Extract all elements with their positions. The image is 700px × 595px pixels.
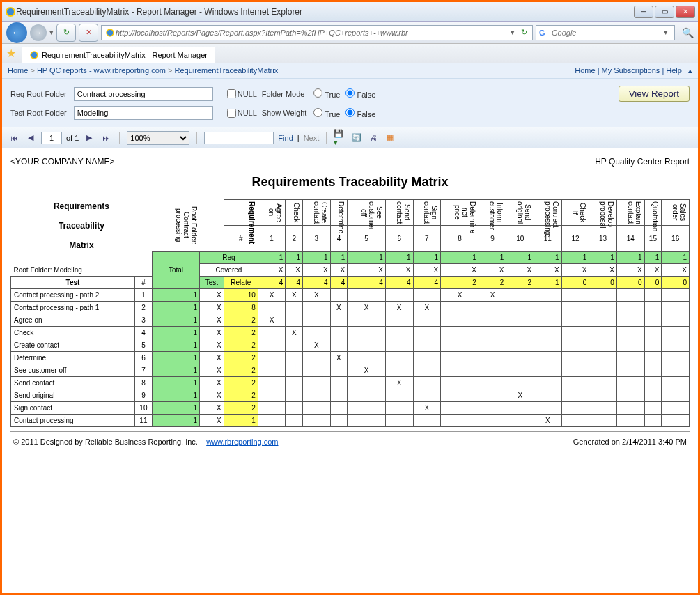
req-root-label: Req Root Folder <box>10 90 67 98</box>
address-bar[interactable]: ▾ ↻ <box>101 25 533 40</box>
tab-icon <box>29 50 39 60</box>
print-button[interactable]: 🖨 <box>367 132 380 144</box>
breadcrumb-folder[interactable]: HP QC reports - www.rbreporting.com <box>37 66 166 75</box>
nav-dropdown[interactable]: ▾ <box>49 28 54 37</box>
tab-title: RequirementTraceabilityMatrix - Report M… <box>42 51 208 59</box>
ie-icon <box>5 6 16 17</box>
close-button[interactable]: ✕ <box>676 6 695 18</box>
report-body: <YOUR COMPANY NAME> HP Quality Center Re… <box>2 148 698 457</box>
url-dropdown[interactable]: ▾ <box>507 28 518 37</box>
folder-mode-false[interactable]: False <box>345 88 375 99</box>
breadcrumb-home[interactable]: Home <box>8 66 28 75</box>
link-home[interactable]: Home <box>575 66 595 75</box>
req-root-input[interactable] <box>74 87 213 101</box>
refresh-button[interactable]: ↻ <box>56 24 76 42</box>
show-weight-false[interactable]: False <box>345 108 375 118</box>
minimize-button[interactable]: ─ <box>634 6 653 18</box>
report-toolbar: ⏮ ◀ of 1 ▶ ⏭ 100% Find | Next 💾▾ 🔄 🖨 ▦ <box>2 128 698 148</box>
folder-mode-label: Folder Mode <box>262 90 307 98</box>
footer-generated: Generated on 2/14/2011 3:40 PM <box>573 438 687 446</box>
search-box[interactable]: G ▾ <box>536 25 675 40</box>
link-help[interactable]: Help <box>666 66 682 75</box>
browser-tab[interactable]: RequirementTraceabilityMatrix - Report M… <box>22 47 215 63</box>
link-subscriptions[interactable]: My Subscriptions <box>602 66 660 75</box>
footer-link[interactable]: www.rbreporting.com <box>206 438 278 446</box>
maximize-button[interactable]: ▭ <box>655 6 674 18</box>
refresh-inline[interactable]: ↻ <box>518 28 529 37</box>
search-dropdown[interactable]: ▾ <box>660 28 671 37</box>
refresh-report-button[interactable]: 🔄 <box>350 132 363 144</box>
find-button[interactable]: Find <box>278 134 293 142</box>
svg-point-0 <box>6 8 15 16</box>
breadcrumb-current: RequirementTraceabilityMatrix <box>174 66 278 75</box>
titlebar: RequirementTraceabilityMatrix - Report M… <box>2 2 698 22</box>
show-weight-true[interactable]: True <box>313 108 340 118</box>
find-input[interactable] <box>204 132 274 144</box>
test-root-input[interactable] <box>74 106 213 120</box>
favorites-bar: ★ RequirementTraceabilityMatrix - Report… <box>2 44 698 63</box>
svg-text:G: G <box>539 29 545 37</box>
search-button[interactable]: 🔍 <box>678 27 694 38</box>
svg-point-3 <box>31 52 38 59</box>
collapse-icon[interactable]: ▴ <box>688 66 692 75</box>
test-null[interactable]: NULL <box>227 109 255 118</box>
stop-button[interactable]: ✕ <box>79 24 98 42</box>
page-of-label: of 1 <box>66 134 79 142</box>
folder-mode-true[interactable]: True <box>313 88 340 99</box>
traceability-matrix: RequirementsTraceabilityMatrixRoot Folde… <box>10 199 690 427</box>
show-weight-label: Show Weight <box>262 109 307 117</box>
first-page-button[interactable]: ⏮ <box>8 132 20 144</box>
report-source: HP Quality Center Report <box>595 157 690 167</box>
page-icon <box>104 27 116 38</box>
export-button[interactable]: 💾▾ <box>334 132 346 144</box>
next-page-button[interactable]: ▶ <box>83 132 95 144</box>
google-icon: G <box>539 28 549 38</box>
test-root-label: Test Root Folder <box>10 109 67 117</box>
company-name: <YOUR COMPANY NAME> <box>10 157 115 167</box>
search-input[interactable] <box>552 29 660 37</box>
parameters-panel: Req Root Folder NULL Folder Mode True Fa… <box>2 79 698 128</box>
svg-point-1 <box>107 29 114 36</box>
breadcrumb: Home > HP QC reports - www.rbreporting.c… <box>2 63 698 79</box>
next-find-button[interactable]: Next <box>304 134 320 142</box>
forward-button[interactable]: → <box>30 24 47 41</box>
prev-page-button[interactable]: ◀ <box>24 132 37 144</box>
nav-toolbar: ← → ▾ ↻ ✕ ▾ ↻ G ▾ 🔍 <box>2 22 698 44</box>
last-page-button[interactable]: ⏭ <box>100 132 112 144</box>
back-button[interactable]: ← <box>6 22 27 43</box>
report-title: Requirements Traceability Matrix <box>10 169 690 199</box>
window-title: RequirementTraceabilityMatrix - Report M… <box>16 7 634 17</box>
zoom-select[interactable]: 100% <box>127 131 189 145</box>
footer-copyright: © 2011 Designed by Reliable Business Rep… <box>13 438 198 446</box>
req-null[interactable]: NULL <box>227 89 255 98</box>
page-number-input[interactable] <box>41 132 62 144</box>
view-report-button[interactable]: View Report <box>619 86 690 102</box>
url-input[interactable] <box>116 29 507 37</box>
feed-button[interactable]: ▦ <box>384 132 396 144</box>
favorites-button[interactable]: ★ <box>6 47 16 60</box>
